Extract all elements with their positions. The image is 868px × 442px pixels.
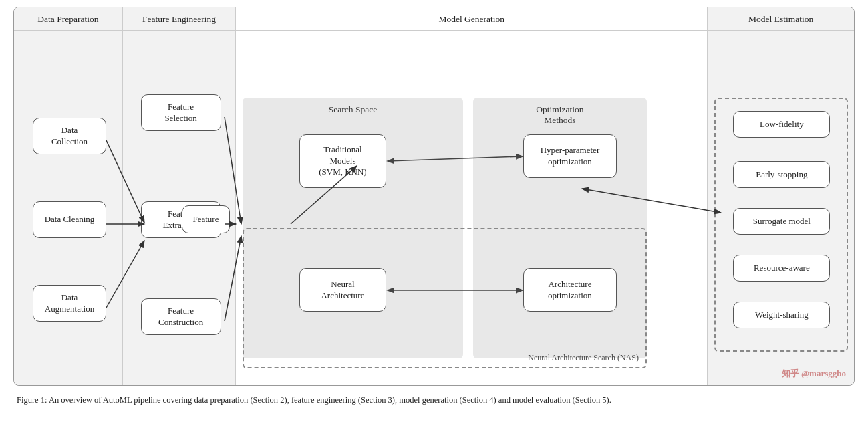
surrogate-label: Surrogate model xyxy=(753,216,811,227)
section-headers: Data Preparation Feature Engineering Mod… xyxy=(14,7,854,31)
search-space-label: Search Space xyxy=(243,104,463,115)
traditional-models-label: TraditionalModels(SVM, KNN) xyxy=(319,144,367,179)
box-data-augmentation: DataAugmentation xyxy=(33,285,106,322)
data-augmentation-label: DataAugmentation xyxy=(45,292,94,315)
feat-construction-label: FeatureConstruction xyxy=(158,306,203,328)
col-data-preparation: DataCollection Data Cleaning DataAugment… xyxy=(14,31,123,385)
data-cleaning-label: Data Cleaning xyxy=(45,214,95,225)
section-header-feature-eng: Feature Engineering xyxy=(123,7,237,30)
box-data-cleaning: Data Cleaning xyxy=(33,201,106,238)
caption-text: Figure 1: An overview of AutoML pipeline… xyxy=(17,395,611,405)
low-fidelity-label: Low-fidelity xyxy=(760,119,804,130)
section-header-model-gen: Model Generation xyxy=(236,7,708,30)
feature-label: Feature xyxy=(192,214,219,225)
box-traditional-models: TraditionalModels(SVM, KNN) xyxy=(299,134,386,188)
early-stopping-label: Early-stopping xyxy=(756,169,807,181)
box-early-stopping: Early-stopping xyxy=(733,161,830,188)
box-architecture-optimization: Architectureoptimization xyxy=(523,268,617,312)
box-weight-sharing: Weight-sharing xyxy=(733,302,830,328)
section-header-data-prep: Data Preparation xyxy=(14,7,123,30)
box-feature: Feature xyxy=(182,205,230,233)
section-header-model-est: Model Estimation xyxy=(708,7,854,30)
neural-architecture-label: NeuralArchitecture xyxy=(321,279,364,302)
data-collection-label: DataCollection xyxy=(51,125,88,148)
col-model-generation: Search Space OptimizationMethods Neural … xyxy=(236,31,708,385)
box-hyperparam-optimization: Hyper-parameteroptimization xyxy=(523,134,617,178)
col-feature-engineering: FeatureSelection FeatureExtraction Featu… xyxy=(123,31,236,385)
diagram-body: DataCollection Data Cleaning DataAugment… xyxy=(14,31,854,385)
box-data-collection: DataCollection xyxy=(33,118,106,154)
watermark: 知乎 @marsggbo xyxy=(782,368,846,380)
box-low-fidelity: Low-fidelity xyxy=(733,111,830,138)
box-feature-selection: FeatureSelection xyxy=(141,94,221,131)
box-neural-architecture: NeuralArchitecture xyxy=(299,268,386,312)
box-surrogate-model: Surrogate model xyxy=(733,208,830,235)
box-resource-aware: Resource-aware xyxy=(733,255,830,282)
col-model-estimation: Low-fidelity Early-stopping Surrogate mo… xyxy=(708,31,854,385)
weight-sharing-label: Weight-sharing xyxy=(755,310,809,321)
arch-opt-label: Architectureoptimization xyxy=(548,279,592,302)
figure-caption: Figure 1: An overview of AutoML pipeline… xyxy=(13,394,855,407)
resource-aware-label: Resource-aware xyxy=(754,263,810,274)
nas-label: Neural Architecture Search (NAS) xyxy=(528,353,639,363)
page-wrapper: Data Preparation Feature Engineering Mod… xyxy=(0,0,868,413)
hyperparam-label: Hyper-parameteroptimization xyxy=(541,145,600,168)
opt-methods-label: OptimizationMethods xyxy=(473,104,647,126)
feat-selection-label: FeatureSelection xyxy=(164,102,196,124)
diagram-outer: Data Preparation Feature Engineering Mod… xyxy=(13,7,855,386)
box-feature-construction: FeatureConstruction xyxy=(141,298,221,335)
